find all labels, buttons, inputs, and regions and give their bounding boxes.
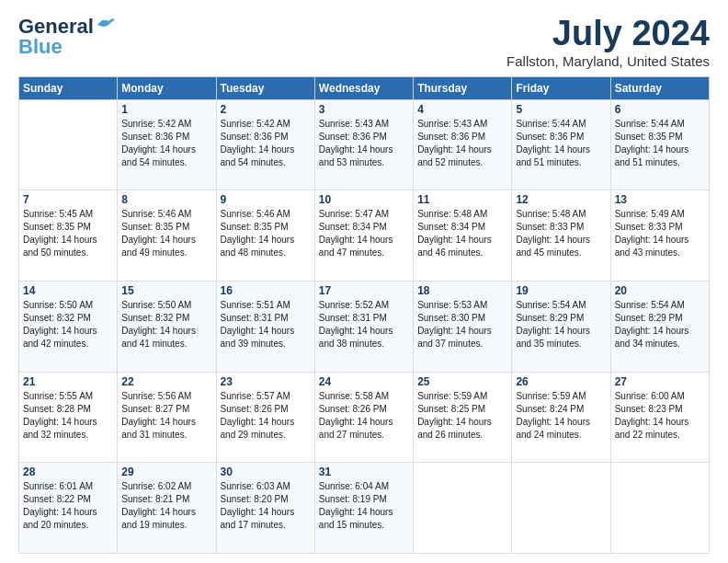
day-number: 29 <box>121 465 211 478</box>
logo-blue: Blue <box>18 35 63 59</box>
day-number: 24 <box>319 375 409 388</box>
day-info: Sunrise: 6:00 AMSunset: 8:23 PMDaylight:… <box>615 390 705 442</box>
calendar-cell: 12Sunrise: 5:48 AMSunset: 8:33 PMDayligh… <box>512 190 610 282</box>
day-number: 4 <box>417 103 507 116</box>
calendar-cell: 22Sunrise: 5:56 AMSunset: 8:27 PMDayligh… <box>118 372 216 463</box>
day-info: Sunrise: 5:46 AMSunset: 8:35 PMDaylight:… <box>221 208 311 259</box>
calendar-table: SundayMondayTuesdayWednesdayThursdayFrid… <box>18 76 710 554</box>
day-number: 23 <box>221 375 311 388</box>
day-info: Sunrise: 5:49 AMSunset: 8:33 PMDaylight:… <box>615 208 705 259</box>
calendar-cell: 29Sunrise: 6:02 AMSunset: 8:21 PMDayligh… <box>118 463 216 554</box>
calendar-header-tuesday: Tuesday <box>216 76 314 99</box>
day-number: 11 <box>417 193 507 206</box>
day-number: 7 <box>23 193 113 206</box>
day-number: 1 <box>121 103 211 116</box>
calendar-header-monday: Monday <box>118 76 216 99</box>
calendar-cell: 15Sunrise: 5:50 AMSunset: 8:32 PMDayligh… <box>118 282 216 373</box>
day-info: Sunrise: 5:57 AMSunset: 8:26 PMDaylight:… <box>221 390 311 442</box>
day-info: Sunrise: 5:54 AMSunset: 8:29 PMDaylight:… <box>516 299 606 350</box>
calendar-cell: 7Sunrise: 5:45 AMSunset: 8:35 PMDaylight… <box>19 190 118 282</box>
calendar-cell <box>414 463 512 554</box>
day-number: 10 <box>319 193 409 206</box>
day-number: 13 <box>615 193 705 206</box>
day-number: 22 <box>121 375 211 388</box>
day-number: 9 <box>221 193 311 206</box>
calendar-cell: 14Sunrise: 5:50 AMSunset: 8:32 PMDayligh… <box>19 282 118 373</box>
day-info: Sunrise: 5:47 AMSunset: 8:34 PMDaylight:… <box>319 208 409 259</box>
day-info: Sunrise: 5:43 AMSunset: 8:36 PMDaylight:… <box>417 118 507 169</box>
calendar-cell: 17Sunrise: 5:52 AMSunset: 8:31 PMDayligh… <box>314 282 413 373</box>
day-info: Sunrise: 5:52 AMSunset: 8:31 PMDaylight:… <box>319 299 409 350</box>
header: General Blue July 2024 Fallston, Marylan… <box>18 15 710 69</box>
day-info: Sunrise: 5:46 AMSunset: 8:35 PMDaylight:… <box>121 208 211 259</box>
day-number: 5 <box>516 103 606 116</box>
day-number: 19 <box>516 284 606 297</box>
day-info: Sunrise: 5:50 AMSunset: 8:32 PMDaylight:… <box>23 299 113 350</box>
day-number: 20 <box>615 284 705 297</box>
logo-bird-icon <box>96 16 116 32</box>
subtitle: Fallston, Maryland, United States <box>506 53 710 69</box>
day-number: 2 <box>221 103 311 116</box>
day-info: Sunrise: 5:51 AMSunset: 8:31 PMDaylight:… <box>221 299 311 350</box>
day-info: Sunrise: 5:54 AMSunset: 8:29 PMDaylight:… <box>615 299 705 350</box>
calendar-cell: 23Sunrise: 5:57 AMSunset: 8:26 PMDayligh… <box>216 372 314 463</box>
calendar-cell: 31Sunrise: 6:04 AMSunset: 8:19 PMDayligh… <box>314 463 413 554</box>
day-number: 30 <box>221 465 311 478</box>
day-number: 31 <box>319 465 409 478</box>
calendar-cell: 26Sunrise: 5:59 AMSunset: 8:24 PMDayligh… <box>512 372 610 463</box>
day-number: 3 <box>319 103 409 116</box>
day-info: Sunrise: 5:53 AMSunset: 8:30 PMDaylight:… <box>417 299 507 350</box>
calendar-cell: 4Sunrise: 5:43 AMSunset: 8:36 PMDaylight… <box>414 99 512 190</box>
calendar-cell: 5Sunrise: 5:44 AMSunset: 8:36 PMDaylight… <box>512 99 610 190</box>
day-info: Sunrise: 6:03 AMSunset: 8:20 PMDaylight:… <box>221 480 311 532</box>
day-info: Sunrise: 5:42 AMSunset: 8:36 PMDaylight:… <box>221 118 311 169</box>
calendar-cell <box>610 463 709 554</box>
calendar-cell: 1Sunrise: 5:42 AMSunset: 8:36 PMDaylight… <box>118 99 216 190</box>
day-info: Sunrise: 5:56 AMSunset: 8:27 PMDaylight:… <box>121 390 211 442</box>
day-info: Sunrise: 5:45 AMSunset: 8:35 PMDaylight:… <box>23 208 113 259</box>
day-number: 21 <box>23 375 113 388</box>
calendar-header-friday: Friday <box>512 76 610 99</box>
calendar-cell: 3Sunrise: 5:43 AMSunset: 8:36 PMDaylight… <box>314 99 413 190</box>
main-title: July 2024 <box>506 15 710 53</box>
calendar-cell: 20Sunrise: 5:54 AMSunset: 8:29 PMDayligh… <box>610 282 709 373</box>
day-info: Sunrise: 5:48 AMSunset: 8:33 PMDaylight:… <box>516 208 606 259</box>
day-info: Sunrise: 5:48 AMSunset: 8:34 PMDaylight:… <box>417 208 507 259</box>
day-number: 6 <box>615 103 705 116</box>
day-number: 14 <box>23 284 113 297</box>
calendar-cell: 6Sunrise: 5:44 AMSunset: 8:35 PMDaylight… <box>610 99 709 190</box>
calendar-cell <box>19 99 118 190</box>
day-number: 16 <box>221 284 311 297</box>
calendar-cell: 18Sunrise: 5:53 AMSunset: 8:30 PMDayligh… <box>414 282 512 373</box>
day-info: Sunrise: 5:43 AMSunset: 8:36 PMDaylight:… <box>319 118 409 169</box>
calendar-header-thursday: Thursday <box>414 76 512 99</box>
day-info: Sunrise: 6:02 AMSunset: 8:21 PMDaylight:… <box>121 480 211 532</box>
day-number: 12 <box>516 193 606 206</box>
calendar-cell: 28Sunrise: 6:01 AMSunset: 8:22 PMDayligh… <box>19 463 118 554</box>
day-number: 28 <box>23 465 113 478</box>
title-block: July 2024 Fallston, Maryland, United Sta… <box>506 15 710 69</box>
day-info: Sunrise: 5:50 AMSunset: 8:32 PMDaylight:… <box>121 299 211 350</box>
logo: General Blue <box>18 15 116 59</box>
page: General Blue July 2024 Fallston, Marylan… <box>0 0 728 563</box>
day-number: 26 <box>516 375 606 388</box>
calendar-header-saturday: Saturday <box>610 76 709 99</box>
day-info: Sunrise: 5:44 AMSunset: 8:36 PMDaylight:… <box>516 118 606 169</box>
day-info: Sunrise: 5:42 AMSunset: 8:36 PMDaylight:… <box>121 118 211 169</box>
calendar-cell: 25Sunrise: 5:59 AMSunset: 8:25 PMDayligh… <box>414 372 512 463</box>
day-number: 18 <box>417 284 507 297</box>
day-info: Sunrise: 6:04 AMSunset: 8:19 PMDaylight:… <box>319 480 409 532</box>
calendar-cell: 2Sunrise: 5:42 AMSunset: 8:36 PMDaylight… <box>216 99 314 190</box>
day-number: 17 <box>319 284 409 297</box>
day-info: Sunrise: 5:59 AMSunset: 8:25 PMDaylight:… <box>417 390 507 442</box>
calendar-cell: 21Sunrise: 5:55 AMSunset: 8:28 PMDayligh… <box>19 372 118 463</box>
day-info: Sunrise: 5:58 AMSunset: 8:26 PMDaylight:… <box>319 390 409 442</box>
day-number: 8 <box>121 193 211 206</box>
calendar-cell: 24Sunrise: 5:58 AMSunset: 8:26 PMDayligh… <box>314 372 413 463</box>
calendar-cell: 13Sunrise: 5:49 AMSunset: 8:33 PMDayligh… <box>610 190 709 282</box>
day-number: 15 <box>121 284 211 297</box>
calendar-cell: 9Sunrise: 5:46 AMSunset: 8:35 PMDaylight… <box>216 190 314 282</box>
calendar-cell: 10Sunrise: 5:47 AMSunset: 8:34 PMDayligh… <box>314 190 413 282</box>
calendar-header-sunday: Sunday <box>19 76 118 99</box>
day-info: Sunrise: 5:59 AMSunset: 8:24 PMDaylight:… <box>516 390 606 442</box>
